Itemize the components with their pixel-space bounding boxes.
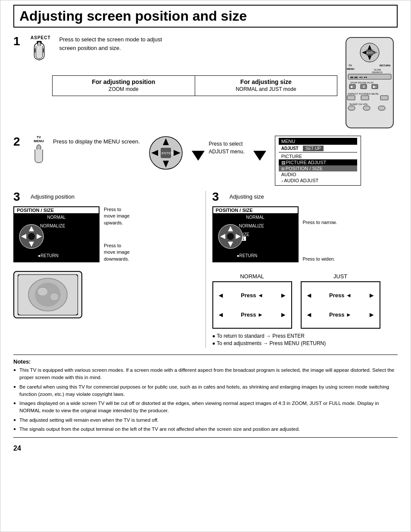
just-press-box: ◄ Press ◄ ► ◄ Press ► ►: [301, 281, 380, 329]
svg-text:▶: ▶: [373, 85, 376, 89]
pos-normal-label-left: NORMAL: [14, 215, 99, 220]
step2-desc: Press to display the MENU screen.: [53, 138, 140, 145]
normal-press-right-label: Press ►: [241, 311, 263, 318]
menu-item-audio-adjust: ♪AUDIO ADJUST: [279, 177, 357, 184]
svg-rect-30: [348, 106, 355, 110]
svg-text:■: ■: [351, 85, 353, 89]
menu-title-bar: MENU: [279, 138, 357, 145]
position-size-box-left: POSITION / SIZE NORMAL NORMALIZE ●RETURN: [13, 206, 100, 262]
arrow-left-normal-left: ◄: [218, 292, 224, 299]
tv-screen-image: [13, 271, 82, 318]
step1-desc-line1: Press to select the screen mode to adjus…: [59, 35, 329, 44]
aspect-label: ASPECT: [31, 35, 51, 40]
just-press-left-label: Press ◄: [329, 292, 352, 299]
pos-size-title-left: POSITION / SIZE: [14, 207, 99, 213]
svg-point-59: [227, 233, 234, 240]
svg-rect-28: [380, 96, 388, 100]
step1-content: ASPECT: [31, 35, 398, 131]
svg-text:ASPECT TV/VIDEO MUTE: ASPECT TV/VIDEO MUTE: [348, 93, 379, 95]
just-mode-label: JUST: [301, 273, 380, 280]
svg-rect-31: [363, 106, 370, 110]
menu-item-picture: PICTURE: [279, 153, 357, 159]
svg-point-53: [50, 293, 59, 301]
dpad-icon: ENTER: [149, 136, 183, 170]
note-item-5: The signals output from the output termi…: [13, 426, 398, 433]
arrow-right-just-right: ►: [368, 311, 375, 319]
step1-desc-line2: screen position and size.: [59, 44, 329, 53]
pos-normal-label-right: NORMAL: [213, 215, 298, 220]
step3-size-col: 3 Adjusting size POSITION / SIZE NORMAL …: [206, 191, 398, 348]
press-right-row-just: ◄ Press ► ►: [306, 311, 375, 319]
step1-icon-area: ASPECT: [31, 35, 51, 62]
arrow-down-icon-2: [253, 149, 266, 162]
menu-item-picture-adjust: 🖼PICTURE ADJUST: [279, 159, 357, 165]
press-select-desc: Press to select ADJUST menu.: [209, 136, 245, 156]
step3-area: 3 Adjusting position POSITION / SIZE NOR…: [13, 191, 398, 348]
bullet-instructions: ● To return to standard → Press ENTER ● …: [212, 333, 398, 346]
svg-point-52: [37, 287, 48, 296]
hand-press-icon: [31, 41, 48, 62]
step1-description: Press to select the screen mode to adjus…: [51, 35, 337, 52]
svg-point-48: [28, 233, 35, 240]
svg-rect-26: [347, 96, 355, 100]
pos-dpad-left: [19, 224, 44, 249]
step3-position-col: 3 Adjusting position POSITION / SIZE NOR…: [13, 191, 206, 348]
note-item-2: Be careful when using this TV for commer…: [13, 383, 398, 398]
svg-text:ENTER: ENTER: [367, 51, 377, 54]
press-right-row-normal: ◄ Press ► ►: [218, 311, 287, 319]
svg-text:STOP  PAUSE  PLAY: STOP PAUSE PLAY: [350, 81, 374, 84]
svg-text:TV: TV: [349, 64, 352, 67]
normal-just-label: NORMAL and JUST mode: [204, 85, 329, 93]
page-footer: 24: [13, 437, 398, 452]
svg-text:MENU: MENU: [347, 68, 355, 70]
menu-adjust-tab: ADJUST: [279, 146, 301, 151]
arrow-left-just-right: ◄: [306, 311, 313, 319]
return-standard-bullet: ● To return to standard → Press ENTER: [212, 333, 398, 339]
mode-table: For adjusting position ZOOM mode For adj…: [52, 75, 337, 96]
arrow-down-icon: [192, 149, 205, 162]
menu-setup-tab: SET UP: [303, 146, 324, 151]
hand-tv-menu-icon: [31, 143, 47, 164]
press-widen-annotation: Press to widen.: [303, 256, 337, 262]
note-item-3: Images displayed on a wide screen TV wil…: [13, 400, 398, 415]
svg-marker-41: [192, 151, 205, 161]
press-boxes-area: NORMAL ◄ Press ◄ ► ◄ Press ► ►: [212, 273, 398, 329]
svg-text:RETURN: RETURN: [380, 64, 390, 67]
for-position-label: For adjusting position: [61, 78, 186, 85]
svg-text:ENTER: ENTER: [162, 151, 173, 155]
pos-return-label-right: ●RETURN: [237, 253, 258, 258]
svg-rect-32: [378, 106, 385, 110]
svg-text:⏮ ⏭ ◀◀ ▶▶: ⏮ ⏭ ◀◀ ▶▶: [350, 75, 367, 79]
for-size-label: For adjusting size: [204, 78, 329, 85]
pos-dpad-right: [218, 224, 243, 249]
step3-left-label: Adjusting position: [31, 191, 75, 200]
arrow-right-normal-left: ►: [280, 292, 287, 299]
size-cell: For adjusting size NORMAL and JUST mode: [195, 76, 337, 96]
end-adjustments-bullet: ● To end adjustments → Press MENU (RETUR…: [212, 340, 398, 346]
note-item-4: The adjusted setting will remain even wh…: [13, 417, 398, 424]
normal-press-box: ◄ Press ◄ ► ◄ Press ► ►: [212, 281, 292, 329]
step1-number: 1: [13, 35, 26, 47]
tv-menu-label: TVMENU: [34, 136, 44, 143]
step1-section: 1 ASPECT: [13, 35, 398, 131]
press-down-annotation: Press to move image downwards.: [104, 243, 130, 262]
arrow-right-just-left: ►: [368, 292, 375, 299]
normal-mode-area: NORMAL ◄ Press ◄ ► ◄ Press ► ►: [212, 273, 292, 329]
step2-number: 2: [13, 136, 26, 148]
pos-size-title-right: POSITION / SIZE: [213, 207, 298, 213]
svg-rect-27: [361, 96, 369, 100]
normal-press-left-label: Press ◄: [241, 292, 263, 299]
notes-section: Notes: This TV is equipped with various …: [13, 355, 398, 433]
arrow-left-normal-right: ◄: [218, 311, 224, 319]
remote-control-illustration: ENTER TV MENU RETURN SLOW /SEARCH ⏮ ⏭ ◀◀…: [342, 35, 398, 131]
menu-title: MENU: [281, 139, 295, 144]
menu-screenshot: MENU ADJUST SET UP PICTURE 🖼PICTURE ADJU…: [275, 136, 361, 186]
notes-title: Notes:: [13, 358, 398, 365]
svg-text:/SEARCH: /SEARCH: [372, 71, 382, 74]
just-mode-area: JUST ◄ Press ◄ ► ◄ Press ► ►: [301, 273, 380, 329]
position-size-box-right: POSITION / SIZE NORMAL NORMALIZE SIZE 1 …: [212, 206, 299, 262]
press-left-row-just: ◄ Press ◄ ►: [306, 292, 375, 299]
just-press-right-label: Press ►: [329, 311, 352, 318]
step3-right-num: 3: [212, 191, 225, 203]
normal-mode-label: NORMAL: [212, 273, 292, 280]
